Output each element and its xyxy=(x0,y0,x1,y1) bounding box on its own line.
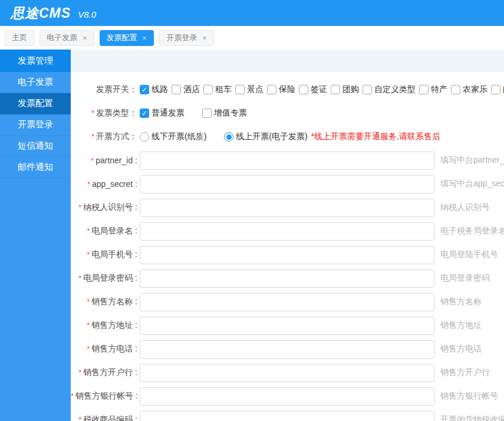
required-mark: * xyxy=(87,297,90,306)
brand-version: V8.0 xyxy=(78,9,96,19)
field-hint: 电子税务局登录名 xyxy=(440,226,504,236)
required-mark: * xyxy=(87,321,90,330)
radio-option[interactable]: 线下开票(纸质) xyxy=(140,131,206,142)
required-mark: * xyxy=(91,108,94,117)
checkbox-label: 签证 xyxy=(311,84,327,95)
sidebar: 发票管理 电子发票 发票配置 开票登录 短信通知 邮件通知 xyxy=(0,50,71,421)
checkbox-label: 线路 xyxy=(151,84,168,95)
text-input[interactable] xyxy=(140,364,434,382)
checkbox-option[interactable]: 农家乐 xyxy=(451,84,487,95)
checkbox-option[interactable]: 团购 xyxy=(331,84,359,95)
checkbox-option[interactable]: 增值专票 xyxy=(202,108,247,119)
text-input[interactable] xyxy=(140,269,434,288)
checkbox-option[interactable]: ✓ 线路 xyxy=(140,84,168,95)
checkbox-icon[interactable] xyxy=(202,108,212,118)
text-input[interactable] xyxy=(140,222,434,241)
field-hint: 纳税人识别号 xyxy=(440,202,490,213)
checkbox-label: 普通发票 xyxy=(151,108,185,119)
invoice-type-options: ✓ 普通发票 增值专票 xyxy=(140,108,247,119)
checkbox-icon[interactable] xyxy=(363,85,372,94)
checkbox-option[interactable]: 特产 xyxy=(419,84,447,95)
tab[interactable]: 电子发票 × xyxy=(39,30,94,46)
sidebar-items: 电子发票 发票配置 开票登录 短信通知 邮件通知 xyxy=(0,72,71,178)
text-input[interactable] xyxy=(140,340,434,358)
form-field-row: *partner_id : 填写中台partner_id xyxy=(71,149,504,172)
field-label: *销售方电话 : xyxy=(71,344,137,354)
text-input[interactable] xyxy=(140,387,434,406)
sidebar-group-invoice-management[interactable]: 发票管理 xyxy=(0,50,71,72)
close-icon[interactable]: × xyxy=(83,34,87,42)
checkbox-option[interactable]: 景点 xyxy=(235,84,263,95)
checkbox-icon[interactable] xyxy=(172,85,181,94)
text-input[interactable] xyxy=(140,317,434,335)
checkbox-icon[interactable]: ✓ xyxy=(140,85,149,94)
sidebar-item[interactable]: 电子发票 xyxy=(0,72,71,93)
text-input[interactable] xyxy=(140,175,434,193)
field-label-text: 销售方地址 : xyxy=(91,320,137,330)
sidebar-item-label: 开票登录 xyxy=(18,119,53,130)
sidebar-item[interactable]: 开票登录 xyxy=(0,114,71,136)
checkbox-label: 团购 xyxy=(342,84,359,95)
checkbox-icon[interactable]: ✓ xyxy=(140,108,149,118)
text-input[interactable] xyxy=(140,411,434,421)
sidebar-item[interactable]: 发票配置 xyxy=(0,93,71,114)
field-label: 发票开关： xyxy=(71,84,137,95)
checkbox-icon[interactable] xyxy=(419,85,429,94)
sidebar-item-label: 短信通知 xyxy=(18,140,53,152)
field-label-text: 纳税人识别号 : xyxy=(83,202,137,212)
tab[interactable]: 开票登录 × xyxy=(159,30,214,46)
invoice-method-label: 开票方式： xyxy=(96,131,137,141)
checkbox-icon[interactable] xyxy=(235,85,245,94)
required-mark: * xyxy=(91,132,94,141)
close-icon[interactable]: × xyxy=(143,34,147,42)
radio-icon[interactable] xyxy=(140,132,149,142)
checkbox-icon[interactable] xyxy=(267,85,276,94)
checkbox-option[interactable]: 酒店 xyxy=(172,84,200,95)
checkbox-icon[interactable] xyxy=(203,85,213,94)
text-input[interactable] xyxy=(140,293,434,311)
form-field-row: *纳税人识别号 : 纳税人识别号 xyxy=(71,196,504,219)
sidebar-item[interactable]: 短信通知 xyxy=(0,136,71,157)
checkbox-option[interactable]: 邮轮 xyxy=(491,84,504,95)
invoice-switch-options: ✓ 线路 酒店 租车 景点 保险 签证 团购 自定义类型 特产 农家乐 邮轮 导… xyxy=(140,84,504,95)
tab[interactable]: 主页 xyxy=(5,30,34,46)
required-mark: * xyxy=(78,368,81,377)
checkbox-icon[interactable] xyxy=(491,85,500,94)
form-field-row: *税收商品编码 : 开票的货物税收编码 xyxy=(71,408,504,421)
checkbox-option[interactable]: 保险 xyxy=(267,84,295,95)
checkbox-label: 保险 xyxy=(279,84,295,95)
form-field-row: *销售方名称 : 销售方名称 xyxy=(71,290,504,314)
sidebar-item-label: 电子发票 xyxy=(18,77,53,88)
checkbox-option[interactable]: 租车 xyxy=(203,84,232,95)
checkbox-icon[interactable] xyxy=(299,85,308,94)
checkbox-option[interactable]: ✓ 普通发票 xyxy=(140,108,185,119)
checkbox-option[interactable]: 自定义类型 xyxy=(363,84,416,95)
sidebar-item[interactable]: 邮件通知 xyxy=(0,157,71,178)
tab-label: 电子发票 xyxy=(47,32,77,43)
field-hint: 销售方开户行 xyxy=(440,367,490,378)
field-hint: 销售方银行帐号 xyxy=(440,391,498,402)
form-field-row: *电局登录名 : 电子税务局登录名 xyxy=(71,219,504,243)
tab[interactable]: 发票配置 × xyxy=(100,30,154,46)
field-label: *税收商品编码 : xyxy=(71,415,137,421)
field-hint: 填写中台app_secret xyxy=(440,179,504,189)
field-label-text: app_secret : xyxy=(92,179,137,189)
form-field-row: *电局手机号 : 电局登陆手机号 xyxy=(71,243,504,267)
field-label-text: 销售方开户行 : xyxy=(83,367,137,377)
field-hint: 电局登录密码 xyxy=(440,273,490,284)
checkbox-option[interactable]: 签证 xyxy=(299,84,327,95)
checkbox-icon[interactable] xyxy=(331,85,340,94)
field-label: *电局手机号 : xyxy=(71,249,137,260)
close-icon[interactable]: × xyxy=(202,34,207,42)
app-header: 思途CMS V8.0 xyxy=(0,0,504,26)
radio-label: 线上开票(电子发票) xyxy=(236,131,307,142)
text-input[interactable] xyxy=(140,246,434,264)
text-input[interactable] xyxy=(140,199,434,217)
text-input[interactable] xyxy=(140,152,434,170)
checkbox-label: 特产 xyxy=(431,84,447,95)
radio-option[interactable]: 线上开票(电子发票) xyxy=(224,131,307,142)
required-mark: * xyxy=(78,415,81,421)
form-field-row: *销售方地址 : 销售方地址 xyxy=(71,314,504,337)
radio-icon[interactable] xyxy=(224,132,233,142)
checkbox-icon[interactable] xyxy=(451,85,460,94)
